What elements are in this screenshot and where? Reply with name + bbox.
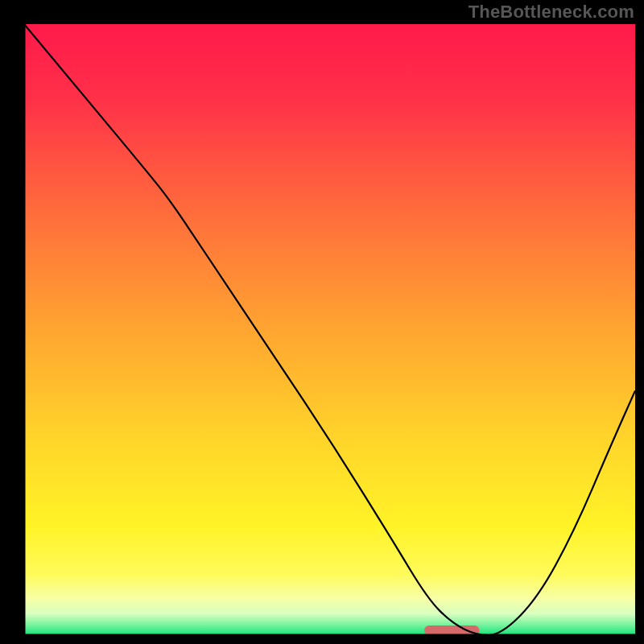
watermark-text: TheBottleneck.com — [469, 2, 634, 23]
plot-background — [24, 24, 635, 635]
bottleneck-chart — [0, 0, 644, 644]
chart-stage: TheBottleneck.com — [0, 0, 644, 644]
optimal-range-marker — [424, 625, 479, 635]
